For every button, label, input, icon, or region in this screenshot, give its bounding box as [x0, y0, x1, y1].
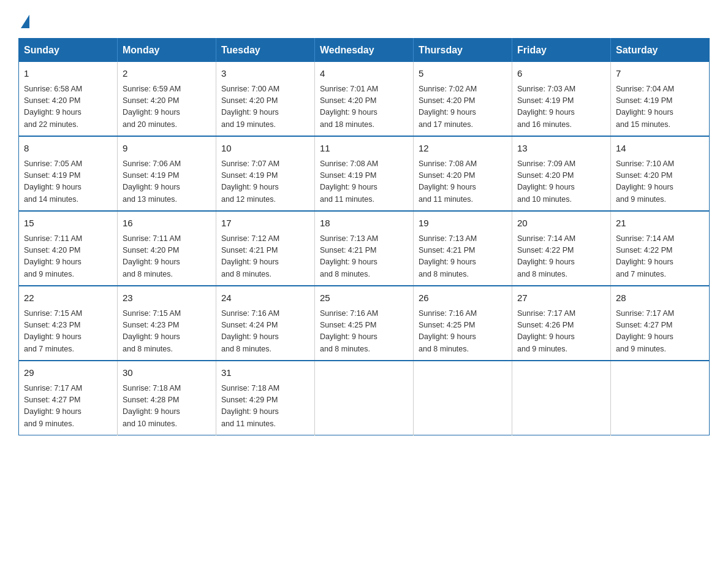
day-number: 23	[123, 291, 211, 305]
day-number: 12	[419, 142, 507, 156]
weekday-header-thursday: Thursday	[414, 39, 512, 63]
calendar-cell: 1Sunrise: 6:58 AMSunset: 4:20 PMDaylight…	[19, 62, 118, 136]
day-number: 9	[123, 142, 211, 156]
day-number: 27	[517, 291, 605, 305]
day-info: Sunrise: 7:16 AMSunset: 4:24 PMDaylight:…	[221, 308, 309, 356]
weekday-header-sunday: Sunday	[19, 39, 118, 63]
day-info: Sunrise: 7:04 AMSunset: 4:19 PMDaylight:…	[616, 83, 704, 131]
calendar-cell	[315, 361, 414, 435]
weekday-header-wednesday: Wednesday	[315, 39, 414, 63]
calendar-cell: 11Sunrise: 7:08 AMSunset: 4:19 PMDayligh…	[315, 136, 414, 211]
day-number: 19	[419, 216, 507, 231]
calendar-cell: 13Sunrise: 7:09 AMSunset: 4:20 PMDayligh…	[512, 136, 611, 211]
calendar-cell: 22Sunrise: 7:15 AMSunset: 4:23 PMDayligh…	[19, 286, 118, 361]
day-info: Sunrise: 7:10 AMSunset: 4:20 PMDaylight:…	[616, 158, 704, 206]
calendar-cell: 12Sunrise: 7:08 AMSunset: 4:20 PMDayligh…	[414, 136, 512, 211]
day-number: 24	[221, 291, 309, 305]
calendar-cell: 20Sunrise: 7:14 AMSunset: 4:22 PMDayligh…	[512, 211, 611, 286]
day-number: 2	[123, 67, 211, 81]
logo	[18, 12, 29, 27]
day-info: Sunrise: 7:00 AMSunset: 4:20 PMDaylight:…	[221, 83, 309, 131]
calendar-cell: 19Sunrise: 7:13 AMSunset: 4:21 PMDayligh…	[414, 211, 512, 286]
calendar-week-row: 29Sunrise: 7:17 AMSunset: 4:27 PMDayligh…	[19, 361, 710, 435]
day-info: Sunrise: 7:08 AMSunset: 4:19 PMDaylight:…	[320, 158, 408, 206]
day-info: Sunrise: 7:09 AMSunset: 4:20 PMDaylight:…	[517, 158, 605, 206]
weekday-header-saturday: Saturday	[611, 39, 710, 63]
day-number: 5	[419, 67, 507, 81]
calendar-cell: 28Sunrise: 7:17 AMSunset: 4:27 PMDayligh…	[611, 286, 710, 361]
day-number: 31	[221, 366, 309, 380]
weekday-header-monday: Monday	[118, 39, 216, 63]
calendar-week-row: 22Sunrise: 7:15 AMSunset: 4:23 PMDayligh…	[19, 286, 710, 361]
day-info: Sunrise: 7:15 AMSunset: 4:23 PMDaylight:…	[123, 308, 211, 356]
day-info: Sunrise: 7:11 AMSunset: 4:20 PMDaylight:…	[123, 233, 211, 281]
calendar-cell: 2Sunrise: 6:59 AMSunset: 4:20 PMDaylight…	[118, 62, 216, 136]
day-number: 8	[24, 142, 112, 156]
day-number: 1	[24, 67, 112, 81]
calendar-cell: 8Sunrise: 7:05 AMSunset: 4:19 PMDaylight…	[19, 136, 118, 211]
day-info: Sunrise: 7:11 AMSunset: 4:20 PMDaylight:…	[24, 233, 112, 281]
day-number: 25	[320, 291, 408, 305]
day-number: 3	[221, 67, 309, 81]
day-number: 20	[517, 216, 605, 231]
calendar-cell: 30Sunrise: 7:18 AMSunset: 4:28 PMDayligh…	[118, 361, 216, 435]
day-info: Sunrise: 7:02 AMSunset: 4:20 PMDaylight:…	[419, 83, 507, 131]
day-number: 4	[320, 67, 408, 81]
day-info: Sunrise: 7:17 AMSunset: 4:27 PMDaylight:…	[616, 308, 704, 356]
calendar-table: SundayMondayTuesdayWednesdayThursdayFrid…	[18, 38, 710, 435]
calendar-cell: 23Sunrise: 7:15 AMSunset: 4:23 PMDayligh…	[118, 286, 216, 361]
day-info: Sunrise: 7:17 AMSunset: 4:26 PMDaylight:…	[517, 308, 605, 356]
calendar-cell: 7Sunrise: 7:04 AMSunset: 4:19 PMDaylight…	[611, 62, 710, 136]
day-info: Sunrise: 7:05 AMSunset: 4:19 PMDaylight:…	[24, 158, 112, 206]
weekday-header-tuesday: Tuesday	[216, 39, 315, 63]
day-info: Sunrise: 7:16 AMSunset: 4:25 PMDaylight:…	[419, 308, 507, 356]
day-info: Sunrise: 7:12 AMSunset: 4:21 PMDaylight:…	[221, 233, 309, 281]
page-header	[18, 12, 710, 27]
calendar-cell: 10Sunrise: 7:07 AMSunset: 4:19 PMDayligh…	[216, 136, 315, 211]
day-info: Sunrise: 7:15 AMSunset: 4:23 PMDaylight:…	[24, 308, 112, 356]
calendar-cell	[414, 361, 512, 435]
calendar-cell: 5Sunrise: 7:02 AMSunset: 4:20 PMDaylight…	[414, 62, 512, 136]
day-info: Sunrise: 7:01 AMSunset: 4:20 PMDaylight:…	[320, 83, 408, 131]
calendar-cell: 6Sunrise: 7:03 AMSunset: 4:19 PMDaylight…	[512, 62, 611, 136]
calendar-cell: 24Sunrise: 7:16 AMSunset: 4:24 PMDayligh…	[216, 286, 315, 361]
calendar-cell: 15Sunrise: 7:11 AMSunset: 4:20 PMDayligh…	[19, 211, 118, 286]
calendar-week-row: 15Sunrise: 7:11 AMSunset: 4:20 PMDayligh…	[19, 211, 710, 286]
day-info: Sunrise: 7:18 AMSunset: 4:28 PMDaylight:…	[123, 383, 211, 431]
day-number: 10	[221, 142, 309, 156]
calendar-cell: 31Sunrise: 7:18 AMSunset: 4:29 PMDayligh…	[216, 361, 315, 435]
day-info: Sunrise: 7:18 AMSunset: 4:29 PMDaylight:…	[221, 383, 309, 431]
day-number: 14	[616, 142, 704, 156]
calendar-cell	[512, 361, 611, 435]
calendar-cell: 27Sunrise: 7:17 AMSunset: 4:26 PMDayligh…	[512, 286, 611, 361]
calendar-cell: 17Sunrise: 7:12 AMSunset: 4:21 PMDayligh…	[216, 211, 315, 286]
day-number: 21	[616, 216, 704, 231]
day-info: Sunrise: 7:17 AMSunset: 4:27 PMDaylight:…	[24, 383, 112, 431]
day-number: 6	[517, 67, 605, 81]
day-number: 15	[24, 216, 112, 231]
calendar-week-row: 1Sunrise: 6:58 AMSunset: 4:20 PMDaylight…	[19, 62, 710, 136]
day-info: Sunrise: 7:16 AMSunset: 4:25 PMDaylight:…	[320, 308, 408, 356]
day-info: Sunrise: 7:13 AMSunset: 4:21 PMDaylight:…	[419, 233, 507, 281]
day-number: 29	[24, 366, 112, 380]
day-info: Sunrise: 7:03 AMSunset: 4:19 PMDaylight:…	[517, 83, 605, 131]
day-number: 22	[24, 291, 112, 305]
calendar-cell: 4Sunrise: 7:01 AMSunset: 4:20 PMDaylight…	[315, 62, 414, 136]
calendar-cell: 21Sunrise: 7:14 AMSunset: 4:22 PMDayligh…	[611, 211, 710, 286]
calendar-cell: 18Sunrise: 7:13 AMSunset: 4:21 PMDayligh…	[315, 211, 414, 286]
calendar-cell: 3Sunrise: 7:00 AMSunset: 4:20 PMDaylight…	[216, 62, 315, 136]
day-number: 11	[320, 142, 408, 156]
day-info: Sunrise: 7:14 AMSunset: 4:22 PMDaylight:…	[517, 233, 605, 281]
day-info: Sunrise: 6:58 AMSunset: 4:20 PMDaylight:…	[24, 83, 112, 131]
calendar-cell: 14Sunrise: 7:10 AMSunset: 4:20 PMDayligh…	[611, 136, 710, 211]
day-number: 26	[419, 291, 507, 305]
day-info: Sunrise: 6:59 AMSunset: 4:20 PMDaylight:…	[123, 83, 211, 131]
logo-triangle-icon	[21, 15, 29, 28]
day-number: 30	[123, 366, 211, 380]
calendar-cell: 26Sunrise: 7:16 AMSunset: 4:25 PMDayligh…	[414, 286, 512, 361]
day-number: 17	[221, 216, 309, 231]
calendar-cell	[611, 361, 710, 435]
calendar-cell: 9Sunrise: 7:06 AMSunset: 4:19 PMDaylight…	[118, 136, 216, 211]
day-number: 18	[320, 216, 408, 231]
day-info: Sunrise: 7:06 AMSunset: 4:19 PMDaylight:…	[123, 158, 211, 206]
